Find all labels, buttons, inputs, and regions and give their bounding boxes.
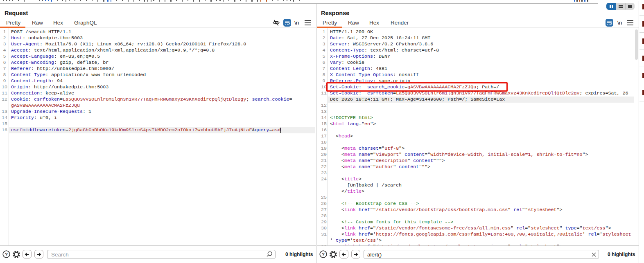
svg-text:?: ?	[322, 252, 325, 257]
svg-text:?: ?	[5, 252, 8, 257]
